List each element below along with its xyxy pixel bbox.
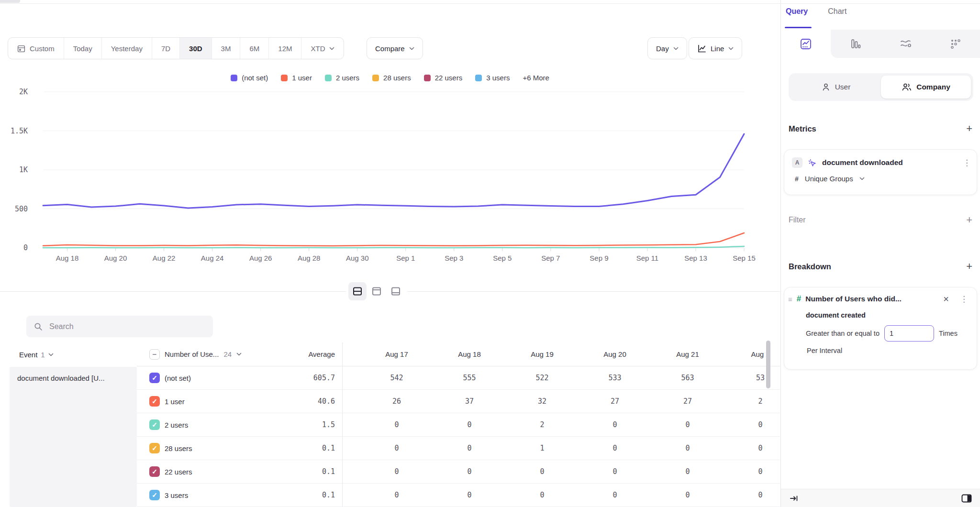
- date-column-header[interactable]: Aug 20: [579, 350, 651, 358]
- breakdown-per-interval-label[interactable]: Per Interval: [784, 342, 977, 354]
- granularity-button[interactable]: Day: [647, 37, 687, 59]
- series-column-header[interactable]: Number of Use...: [165, 350, 219, 358]
- range-30d[interactable]: 30D: [179, 38, 212, 59]
- range-label: 3M: [221, 44, 231, 53]
- row-checkbox[interactable]: ✓: [149, 490, 160, 500]
- tab-chart[interactable]: Chart: [828, 7, 846, 16]
- range-today[interactable]: Today: [64, 38, 101, 59]
- select-all-checkbox[interactable]: −: [149, 349, 160, 360]
- top-view-button[interactable]: [368, 282, 386, 300]
- breakdown-property-name[interactable]: Number of Users who did...: [805, 295, 939, 303]
- legend-more-button[interactable]: +6 More: [523, 74, 549, 82]
- event-list-panel: document downloaded [U...: [10, 367, 137, 507]
- side-panel-icon[interactable]: [961, 494, 972, 503]
- compare-label: Compare: [375, 44, 405, 53]
- split-view-button[interactable]: [348, 282, 367, 300]
- date-column-header[interactable]: Aug 19: [506, 350, 579, 358]
- panel-tabs: Query Chart: [786, 7, 846, 16]
- chevron-down-icon: [409, 47, 414, 50]
- legend-item[interactable]: 2 users: [325, 74, 359, 82]
- event-row[interactable]: document downloaded [U...: [17, 374, 105, 382]
- date-column-header[interactable]: Aug 18: [433, 350, 506, 358]
- scope-user[interactable]: User: [791, 76, 881, 99]
- range-xtd[interactable]: XTD: [301, 38, 344, 59]
- tab-query[interactable]: Query: [786, 7, 808, 16]
- row-checkbox[interactable]: ✓: [149, 373, 160, 383]
- row-checkbox[interactable]: ✓: [149, 443, 160, 453]
- search-bar[interactable]: [26, 316, 213, 337]
- row-checkbox[interactable]: ✓: [149, 396, 160, 407]
- retention-chart-tab[interactable]: [931, 30, 980, 58]
- range-label: 7D: [161, 44, 170, 53]
- legend-item[interactable]: 3 users: [475, 74, 510, 82]
- table-row[interactable]: ✓22 users0.1000000: [137, 460, 780, 484]
- breakdown-card[interactable]: ≡ # Number of Users who did... × ⋮ docum…: [784, 287, 977, 370]
- add-metric-button[interactable]: +: [966, 123, 972, 134]
- breakdown-kebab-icon[interactable]: ⋮: [960, 295, 971, 303]
- table-row[interactable]: ✓1 user40.626373227272: [137, 390, 780, 413]
- bottom-view-button[interactable]: [387, 282, 405, 300]
- cell-value: 555: [433, 374, 506, 382]
- x-axis-label: Aug 22: [153, 254, 176, 262]
- metric-event-name[interactable]: document downloaded: [822, 158, 958, 167]
- drag-handle-icon[interactable]: ≡: [788, 296, 792, 303]
- flow-chart-tab[interactable]: [881, 30, 931, 58]
- close-icon[interactable]: ×: [943, 294, 949, 304]
- cell-value: 563: [651, 374, 724, 382]
- range-7d[interactable]: 7D: [152, 38, 179, 59]
- average-column-header[interactable]: Average: [268, 350, 335, 358]
- row-checkbox[interactable]: ✓: [149, 466, 160, 477]
- legend-label: 3 users: [486, 74, 510, 82]
- x-axis-label: Sep 1: [396, 254, 415, 262]
- range-yesterday[interactable]: Yesterday: [101, 38, 152, 59]
- metric-card[interactable]: A document downloaded ⋮ # Unique Groups: [784, 149, 977, 195]
- cell-value: 37: [433, 397, 506, 406]
- x-axis-label: Sep 3: [445, 254, 463, 262]
- cell-value: 0: [433, 491, 506, 499]
- event-column-header[interactable]: Event 1: [19, 342, 54, 366]
- metric-kebab-icon[interactable]: ⋮: [963, 159, 971, 167]
- cell-value: 1: [506, 444, 579, 452]
- breakdown-condition-label[interactable]: Greater than or equal to: [806, 330, 880, 337]
- date-column-header[interactable]: Aug 21: [651, 350, 724, 358]
- breakdown-event-name[interactable]: document created: [784, 304, 977, 319]
- series-line-1-user: [43, 233, 744, 246]
- table-row[interactable]: ✓2 users1.5002000: [137, 413, 780, 437]
- table-row[interactable]: ✓3 users0.1000000: [137, 484, 780, 507]
- collapse-panel-icon[interactable]: [790, 494, 799, 503]
- range-3m[interactable]: 3M: [212, 38, 240, 59]
- active-tab-indicator: [785, 27, 812, 28]
- top-scroll-remnant: [0, 0, 20, 3]
- search-input[interactable]: [48, 322, 205, 331]
- breakdown-value-input[interactable]: [884, 325, 934, 342]
- segmentation-chart-tab[interactable]: [781, 30, 831, 58]
- range-custom[interactable]: Custom: [8, 38, 64, 59]
- table-row[interactable]: ✓28 users0.1001000: [137, 437, 780, 460]
- legend-item[interactable]: 28 users: [372, 74, 411, 82]
- date-column-header[interactable]: Aug 2: [724, 350, 780, 358]
- date-column-header[interactable]: Aug 17: [360, 350, 433, 358]
- range-12m[interactable]: 12M: [268, 38, 301, 59]
- add-breakdown-button[interactable]: +: [966, 261, 972, 272]
- range-6m[interactable]: 6M: [240, 38, 268, 59]
- table-scrollbar[interactable]: [766, 341, 770, 388]
- add-filter-button[interactable]: +: [966, 215, 972, 225]
- chart-type-button[interactable]: Line: [689, 37, 742, 59]
- event-spark-icon: [808, 158, 817, 167]
- scope-company[interactable]: Company: [881, 76, 971, 99]
- y-axis-label: 1K: [19, 165, 28, 174]
- legend-item[interactable]: 22 users: [424, 74, 463, 82]
- table-row[interactable]: ✓(not set)605.754255552253356353: [137, 366, 780, 390]
- compare-button[interactable]: Compare: [367, 37, 423, 59]
- legend-item[interactable]: 1 user: [281, 74, 312, 82]
- row-checkbox[interactable]: ✓: [149, 419, 160, 430]
- filter-title: Filter: [789, 216, 806, 224]
- funnel-chart-tab[interactable]: [831, 30, 880, 58]
- layout-toggle-group: [346, 280, 407, 303]
- legend-item[interactable]: (not set): [231, 74, 268, 82]
- line-chart[interactable]: 05001K1.5K2KAug 18Aug 20Aug 22Aug 24Aug …: [0, 81, 770, 273]
- breakdown-section-header: Breakdown +: [789, 261, 972, 272]
- average-value: 0.1: [268, 467, 335, 476]
- cell-value: 0: [506, 491, 579, 499]
- measure-selector[interactable]: Unique Groups: [805, 175, 853, 183]
